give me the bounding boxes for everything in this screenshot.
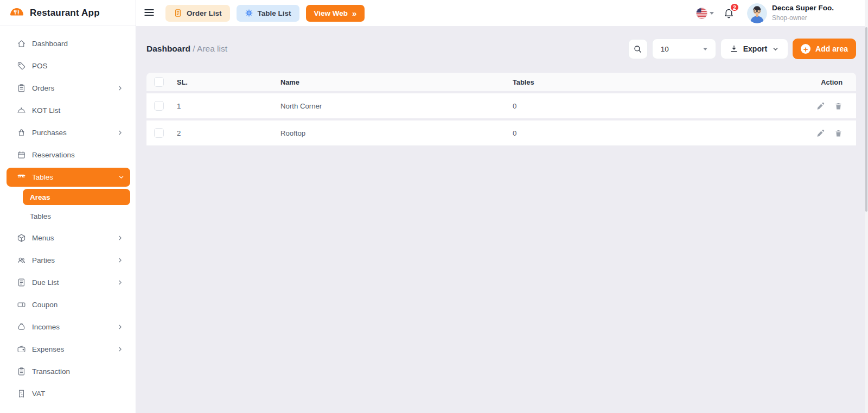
chevron-down-icon xyxy=(710,12,714,15)
sub-item-label: Areas xyxy=(30,193,50,201)
breadcrumb-current: Area list xyxy=(197,44,227,53)
app-title: Restaurant App xyxy=(30,8,100,18)
export-button[interactable]: Export xyxy=(720,39,788,59)
cloche-icon xyxy=(17,106,26,115)
export-label: Export xyxy=(743,45,767,53)
view-web-button[interactable]: View Web » xyxy=(306,5,365,22)
breadcrumb: Dashboard / Area list xyxy=(146,44,227,54)
edit-button[interactable] xyxy=(816,102,825,110)
page-size-select[interactable]: 10 xyxy=(652,39,716,59)
sidebar-item-orders[interactable]: Orders xyxy=(0,77,136,99)
view-web-label: View Web xyxy=(314,9,348,17)
chevron-right-icon xyxy=(117,257,124,264)
page-content: Dashboard / Area list 10 xyxy=(136,26,868,413)
user-role: Shop-owner xyxy=(772,14,834,22)
chevron-right-icon xyxy=(117,346,124,353)
add-area-label: Add area xyxy=(815,45,848,53)
search-icon xyxy=(633,45,642,54)
cell-tables: 0 xyxy=(513,129,780,137)
sidebar-item-label: Transaction xyxy=(32,367,70,376)
sidebar-item-label: Reservations xyxy=(32,151,75,159)
topbar: Order List Table List View Web » xyxy=(136,0,868,26)
sidebar-item-vat[interactable]: VAT xyxy=(0,383,136,405)
download-icon xyxy=(730,45,738,53)
sidebar-item-menus[interactable]: Menus xyxy=(0,227,136,249)
sidebar-nav: Dashboard POS Orders xyxy=(0,26,136,405)
row-checkbox[interactable] xyxy=(154,128,164,138)
chevron-right-icon xyxy=(117,323,124,331)
sidebar-subitem-areas[interactable]: Areas xyxy=(23,189,130,205)
sidebar-item-label: Tables xyxy=(32,173,53,181)
restaurant-cloche-logo-icon xyxy=(9,7,25,20)
sidebar-item-due-list[interactable]: Due List xyxy=(0,271,136,294)
language-selector[interactable] xyxy=(696,8,714,19)
cell-tables: 0 xyxy=(513,102,780,110)
column-header-name: Name xyxy=(280,78,513,86)
sidebar: Restaurant App Dashboard POS Orders xyxy=(0,0,136,413)
sidebar-item-label: Due List xyxy=(32,278,59,287)
sidebar-item-label: VAT xyxy=(32,390,45,398)
chevron-right-icon xyxy=(117,129,124,136)
sidebar-item-label: Purchases xyxy=(32,129,67,137)
sidebar-item-purchases[interactable]: Purchases xyxy=(0,122,136,144)
notifications-button[interactable]: 2 xyxy=(723,7,735,19)
plus-circle-icon: + xyxy=(801,44,810,54)
us-flag-icon xyxy=(696,8,707,19)
sidebar-item-label: Expenses xyxy=(32,345,64,353)
page-header: Dashboard / Area list 10 xyxy=(146,39,856,59)
sidebar-item-transaction[interactable]: Transaction xyxy=(0,360,136,383)
sidebar-item-label: Incomes xyxy=(32,323,60,331)
table-row: 2 Rooftop 0 xyxy=(146,120,856,145)
sidebar-item-expenses[interactable]: Expenses xyxy=(0,338,136,360)
column-header-action: Action xyxy=(780,78,856,86)
delete-button[interactable] xyxy=(834,102,843,110)
sidebar-item-reservations[interactable]: Reservations xyxy=(0,144,136,166)
sidebar-item-dashboard[interactable]: Dashboard xyxy=(0,33,136,55)
add-area-button[interactable]: + Add area xyxy=(793,39,856,59)
table-list-button[interactable]: Table List xyxy=(237,5,299,22)
row-checkbox[interactable] xyxy=(154,101,164,111)
hamburger-menu-icon[interactable] xyxy=(143,7,156,20)
table-controls: 10 Export + Add area xyxy=(628,39,856,59)
app-window: Restaurant App Dashboard POS Orders xyxy=(0,0,868,413)
tables-submenu: Areas Tables xyxy=(0,189,136,224)
sidebar-item-incomes[interactable]: Incomes xyxy=(0,316,136,338)
sub-item-label: Tables xyxy=(30,212,51,220)
money-bag-icon xyxy=(17,322,26,332)
sidebar-item-label: POS xyxy=(32,62,48,70)
clipboard-list-icon xyxy=(17,367,26,376)
wallet-icon xyxy=(17,345,26,354)
sidebar-item-label: Menus xyxy=(32,234,54,242)
chevron-down-icon xyxy=(772,46,779,53)
user-avatar[interactable] xyxy=(747,3,767,23)
sidebar-item-kot-list[interactable]: KOT List xyxy=(0,99,136,122)
sidebar-item-label: Parties xyxy=(32,256,55,264)
tag-icon xyxy=(17,61,26,71)
areas-table: SL. Name Tables Action 1 North Corner 0 xyxy=(146,73,856,145)
user-meta[interactable]: Decca Super Foo. Shop-owner xyxy=(772,4,834,22)
chevron-right-icon xyxy=(117,234,124,242)
shopping-bag-icon xyxy=(17,128,26,137)
search-button[interactable] xyxy=(628,39,648,59)
receipt-percent-icon xyxy=(17,389,26,398)
sidebar-item-pos[interactable]: POS xyxy=(0,55,136,77)
order-list-button[interactable]: Order List xyxy=(165,5,230,22)
edit-button[interactable] xyxy=(816,129,825,137)
sidebar-item-label: Coupon xyxy=(32,301,58,309)
table-row: 1 North Corner 0 xyxy=(146,93,856,118)
page-size-value: 10 xyxy=(661,45,669,53)
delete-button[interactable] xyxy=(834,129,843,137)
users-icon xyxy=(17,256,26,265)
sidebar-item-coupon[interactable]: Coupon xyxy=(0,294,136,316)
sidebar-item-parties[interactable]: Parties xyxy=(0,249,136,271)
cell-sl: 1 xyxy=(177,102,280,110)
app-logo[interactable]: Restaurant App xyxy=(0,0,136,26)
breadcrumb-root[interactable]: Dashboard xyxy=(146,44,190,53)
select-all-checkbox[interactable] xyxy=(154,77,164,87)
scrollbar-thumb[interactable] xyxy=(865,27,867,212)
user-name: Decca Super Foo. xyxy=(772,4,834,12)
sidebar-item-tables[interactable]: Tables xyxy=(7,168,130,187)
sidebar-subitem-tables[interactable]: Tables xyxy=(23,208,130,224)
cell-name: Rooftop xyxy=(280,129,513,137)
package-icon xyxy=(17,233,26,243)
